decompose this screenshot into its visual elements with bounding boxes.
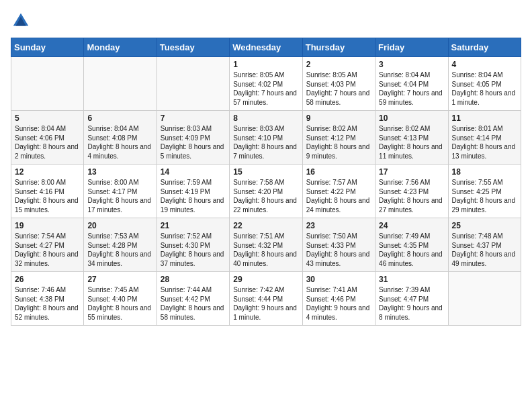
day-number: 20 [87,221,152,230]
day-info: Sunrise: 8:03 AM Sunset: 4:09 PM Dayligh… [161,124,226,161]
day-info: Sunrise: 7:41 AM Sunset: 4:46 PM Dayligh… [306,285,371,322]
calendar-cell [448,272,521,326]
header-day-monday: Monday [84,38,157,57]
calendar-week-row: 5Sunrise: 8:04 AM Sunset: 4:06 PM Daylig… [11,111,521,165]
logo [11,11,34,31]
calendar-cell [157,57,229,111]
day-info: Sunrise: 7:45 AM Sunset: 4:40 PM Dayligh… [87,285,152,322]
calendar-cell [11,57,84,111]
day-number: 13 [87,167,152,177]
calendar-cell: 12Sunrise: 8:00 AM Sunset: 4:16 PM Dayli… [11,165,84,218]
day-number: 27 [87,275,152,284]
calendar-week-row: 19Sunrise: 7:54 AM Sunset: 4:27 PM Dayli… [11,218,521,272]
calendar-cell: 7Sunrise: 8:03 AM Sunset: 4:09 PM Daylig… [157,111,229,165]
calendar-cell: 23Sunrise: 7:50 AM Sunset: 4:33 PM Dayli… [302,218,375,272]
day-number: 30 [306,275,371,284]
calendar-cell: 29Sunrise: 7:42 AM Sunset: 4:44 PM Dayli… [230,272,302,326]
calendar-cell: 10Sunrise: 8:02 AM Sunset: 4:13 PM Dayli… [375,111,448,165]
header-day-tuesday: Tuesday [157,38,229,57]
day-number: 17 [379,167,444,177]
day-info: Sunrise: 8:03 AM Sunset: 4:10 PM Dayligh… [233,124,298,161]
day-info: Sunrise: 7:59 AM Sunset: 4:19 PM Dayligh… [161,178,226,214]
calendar-cell: 8Sunrise: 8:03 AM Sunset: 4:10 PM Daylig… [230,111,302,165]
day-info: Sunrise: 8:02 AM Sunset: 4:12 PM Dayligh… [306,124,371,161]
header-day-friday: Friday [375,38,448,57]
day-number: 22 [233,221,298,230]
day-number: 24 [379,221,444,230]
calendar-cell: 4Sunrise: 8:04 AM Sunset: 4:05 PM Daylig… [448,57,521,111]
page-header [11,11,521,31]
day-info: Sunrise: 7:57 AM Sunset: 4:22 PM Dayligh… [306,178,371,214]
header-day-wednesday: Wednesday [230,38,302,57]
header-day-saturday: Saturday [448,38,521,57]
day-info: Sunrise: 7:53 AM Sunset: 4:28 PM Dayligh… [87,232,152,268]
header-day-thursday: Thursday [302,38,375,57]
day-info: Sunrise: 8:05 AM Sunset: 4:02 PM Dayligh… [233,71,298,107]
calendar-cell: 25Sunrise: 7:48 AM Sunset: 4:37 PM Dayli… [448,218,521,272]
calendar-cell: 6Sunrise: 8:04 AM Sunset: 4:08 PM Daylig… [84,111,157,165]
day-number: 23 [306,221,371,230]
day-info: Sunrise: 7:54 AM Sunset: 4:27 PM Dayligh… [15,232,80,268]
calendar-cell: 28Sunrise: 7:44 AM Sunset: 4:42 PM Dayli… [157,272,229,326]
day-info: Sunrise: 7:56 AM Sunset: 4:23 PM Dayligh… [379,178,444,214]
day-info: Sunrise: 7:46 AM Sunset: 4:38 PM Dayligh… [15,285,80,322]
calendar-cell: 17Sunrise: 7:56 AM Sunset: 4:23 PM Dayli… [375,165,448,218]
day-number: 25 [452,221,517,230]
calendar-cell [84,57,157,111]
day-info: Sunrise: 8:04 AM Sunset: 4:06 PM Dayligh… [15,124,80,161]
day-number: 29 [233,275,298,284]
day-number: 16 [306,167,371,177]
calendar-cell: 26Sunrise: 7:46 AM Sunset: 4:38 PM Dayli… [11,272,84,326]
calendar-cell: 14Sunrise: 7:59 AM Sunset: 4:19 PM Dayli… [157,165,229,218]
day-info: Sunrise: 7:58 AM Sunset: 4:20 PM Dayligh… [233,178,298,214]
day-info: Sunrise: 8:04 AM Sunset: 4:05 PM Dayligh… [452,71,517,107]
day-number: 5 [15,113,80,123]
day-info: Sunrise: 7:44 AM Sunset: 4:42 PM Dayligh… [161,285,226,322]
calendar-cell: 9Sunrise: 8:02 AM Sunset: 4:12 PM Daylig… [302,111,375,165]
day-number: 31 [379,275,444,284]
day-info: Sunrise: 7:50 AM Sunset: 4:33 PM Dayligh… [306,232,371,268]
calendar-cell: 27Sunrise: 7:45 AM Sunset: 4:40 PM Dayli… [84,272,157,326]
calendar-cell: 22Sunrise: 7:51 AM Sunset: 4:32 PM Dayli… [230,218,302,272]
calendar-cell: 2Sunrise: 8:05 AM Sunset: 4:03 PM Daylig… [302,57,375,111]
calendar-cell: 15Sunrise: 7:58 AM Sunset: 4:20 PM Dayli… [230,165,302,218]
day-info: Sunrise: 8:04 AM Sunset: 4:04 PM Dayligh… [379,71,444,107]
calendar-cell: 31Sunrise: 7:39 AM Sunset: 4:47 PM Dayli… [375,272,448,326]
day-info: Sunrise: 8:00 AM Sunset: 4:17 PM Dayligh… [87,178,152,214]
header-day-sunday: Sunday [11,38,84,57]
day-info: Sunrise: 7:51 AM Sunset: 4:32 PM Dayligh… [233,232,298,268]
day-number: 21 [161,221,226,230]
day-info: Sunrise: 8:02 AM Sunset: 4:13 PM Dayligh… [379,124,444,161]
day-number: 2 [306,60,371,69]
day-info: Sunrise: 7:42 AM Sunset: 4:44 PM Dayligh… [233,285,298,322]
day-number: 10 [379,113,444,123]
calendar-cell: 20Sunrise: 7:53 AM Sunset: 4:28 PM Dayli… [84,218,157,272]
calendar-cell: 5Sunrise: 8:04 AM Sunset: 4:06 PM Daylig… [11,111,84,165]
day-info: Sunrise: 8:04 AM Sunset: 4:08 PM Dayligh… [87,124,152,161]
day-number: 6 [87,113,152,123]
day-number: 12 [15,167,80,177]
calendar-week-row: 1Sunrise: 8:05 AM Sunset: 4:02 PM Daylig… [11,57,521,111]
day-number: 4 [452,60,517,69]
day-info: Sunrise: 8:00 AM Sunset: 4:16 PM Dayligh… [15,178,80,214]
calendar-week-row: 26Sunrise: 7:46 AM Sunset: 4:38 PM Dayli… [11,272,521,326]
day-info: Sunrise: 7:55 AM Sunset: 4:25 PM Dayligh… [452,178,517,214]
day-info: Sunrise: 7:49 AM Sunset: 4:35 PM Dayligh… [379,232,444,268]
day-number: 3 [379,60,444,69]
day-number: 19 [15,221,80,230]
day-number: 8 [233,113,298,123]
day-info: Sunrise: 7:52 AM Sunset: 4:30 PM Dayligh… [161,232,226,268]
day-number: 15 [233,167,298,177]
day-info: Sunrise: 8:05 AM Sunset: 4:03 PM Dayligh… [306,71,371,107]
calendar-cell: 11Sunrise: 8:01 AM Sunset: 4:14 PM Dayli… [448,111,521,165]
calendar-cell: 13Sunrise: 8:00 AM Sunset: 4:17 PM Dayli… [84,165,157,218]
day-number: 7 [161,113,226,123]
day-number: 14 [161,167,226,177]
day-number: 9 [306,113,371,123]
calendar-cell: 16Sunrise: 7:57 AM Sunset: 4:22 PM Dayli… [302,165,375,218]
logo-icon [11,11,31,31]
day-info: Sunrise: 7:48 AM Sunset: 4:37 PM Dayligh… [452,232,517,268]
calendar-cell: 19Sunrise: 7:54 AM Sunset: 4:27 PM Dayli… [11,218,84,272]
day-info: Sunrise: 8:01 AM Sunset: 4:14 PM Dayligh… [452,124,517,161]
day-number: 1 [233,60,298,69]
